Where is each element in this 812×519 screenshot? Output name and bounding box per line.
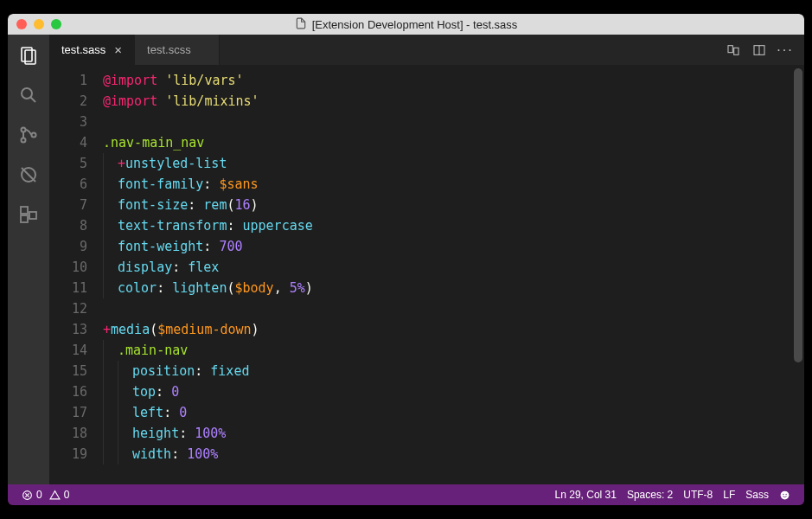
tab-label: test.sass [61,43,105,56]
window-title: [Extension Development Host] - test.sass [312,18,518,31]
svg-rect-9 [21,207,28,214]
editor-group: test.sass×test.scss× ··· 123456789101112… [49,35,804,484]
line-number: 4 [49,132,87,153]
code-area[interactable]: @import 'lib/vars'@import 'lib/mixins' .… [99,65,792,484]
source-control-icon[interactable] [16,123,41,147]
line-number: 2 [49,91,87,112]
svg-line-3 [31,98,36,103]
code-editor[interactable]: 12345678910111213141516171819 @import 'l… [49,65,804,484]
close-button[interactable] [16,19,27,29]
tab-test-sass[interactable]: test.sass× [49,35,135,65]
compare-icon[interactable] [726,43,740,57]
status-eol[interactable]: LF [718,484,740,505]
search-icon[interactable] [16,83,41,107]
svg-point-6 [32,133,36,138]
code-line: font-size: rem(16) [103,195,792,215]
status-language[interactable]: Sass [740,484,774,505]
minimize-button[interactable] [34,19,44,29]
line-number: 12 [49,298,87,319]
svg-point-21 [785,493,786,494]
svg-point-2 [22,88,32,99]
line-number: 18 [49,423,87,444]
code-line: height: 100% [103,423,792,444]
code-line: .main-nav [103,340,792,361]
svg-rect-13 [734,48,738,54]
svg-point-4 [22,128,26,132]
tab-test-scss[interactable]: test.scss× [135,35,220,65]
window-controls [8,19,61,29]
code-line: top: 0 [103,381,792,402]
svg-point-5 [22,138,26,143]
line-number: 7 [49,195,87,215]
status-bar: 0 0 Ln 29, Col 31 Spaces: 2 UTF-8 LF Sas… [8,484,804,505]
line-number: 17 [49,402,87,423]
editor-actions: ··· [714,35,804,65]
code-line: .nav-main_nav [103,132,792,153]
scrollbar-thumb[interactable] [794,68,802,362]
code-line: font-family: $sans [103,174,792,195]
code-line: +media($medium-down) [103,319,792,340]
line-number: 8 [49,215,87,236]
activity-bar [8,35,49,484]
line-number: 14 [49,340,87,361]
code-line: +unstyled-list [103,153,792,174]
line-number: 13 [49,319,87,340]
more-icon[interactable]: ··· [778,43,792,57]
status-encoding[interactable]: UTF-8 [678,484,718,505]
line-number: 10 [49,257,87,278]
line-number: 5 [49,153,87,174]
titlebar: [Extension Development Host] - test.sass [8,14,804,35]
svg-rect-12 [728,45,732,52]
tabs-bar: test.sass×test.scss× ··· [49,35,804,65]
line-number: 9 [49,236,87,257]
code-line: @import 'lib/vars' [103,70,792,91]
svg-rect-11 [29,212,36,219]
code-line: text-transform: uppercase [103,215,792,236]
code-line: position: fixed [103,361,792,381]
code-line: left: 0 [103,402,792,423]
status-indent[interactable]: Spaces: 2 [622,484,678,505]
code-line: @import 'lib/mixins' [103,91,792,112]
svg-point-19 [781,490,790,499]
status-cursor[interactable]: Ln 29, Col 31 [550,484,622,505]
explorer-icon[interactable] [16,43,41,67]
window-body: test.sass×test.scss× ··· 123456789101112… [8,35,804,484]
line-number: 15 [49,361,87,381]
code-line: color: lighten($body, 5%) [103,278,792,298]
debug-icon[interactable] [16,163,41,187]
line-number: 11 [49,278,87,298]
feedback-icon[interactable] [774,484,796,505]
maximize-button[interactable] [51,19,61,29]
line-number: 3 [49,112,87,132]
line-number: 16 [49,381,87,402]
status-errors-count: 0 [36,489,42,501]
line-numbers: 12345678910111213141516171819 [49,65,99,484]
scrollbar-track[interactable] [792,65,804,484]
code-line: font-weight: 700 [103,236,792,257]
line-number: 19 [49,444,87,465]
close-icon[interactable]: × [114,43,122,56]
code-line [103,298,792,319]
vscode-window: [Extension Development Host] - test.sass [8,14,804,505]
file-icon [295,17,307,32]
split-editor-icon[interactable] [752,43,766,57]
extensions-icon[interactable] [16,202,41,227]
svg-rect-10 [21,215,28,222]
tab-label: test.scss [147,43,191,56]
svg-point-20 [783,493,783,494]
status-problems[interactable]: 0 0 [16,484,74,505]
code-line: width: 100% [103,444,792,465]
code-line: display: flex [103,257,792,278]
line-number: 1 [49,70,87,91]
code-line [103,112,792,132]
line-number: 6 [49,174,87,195]
status-warnings-count: 0 [64,489,70,501]
